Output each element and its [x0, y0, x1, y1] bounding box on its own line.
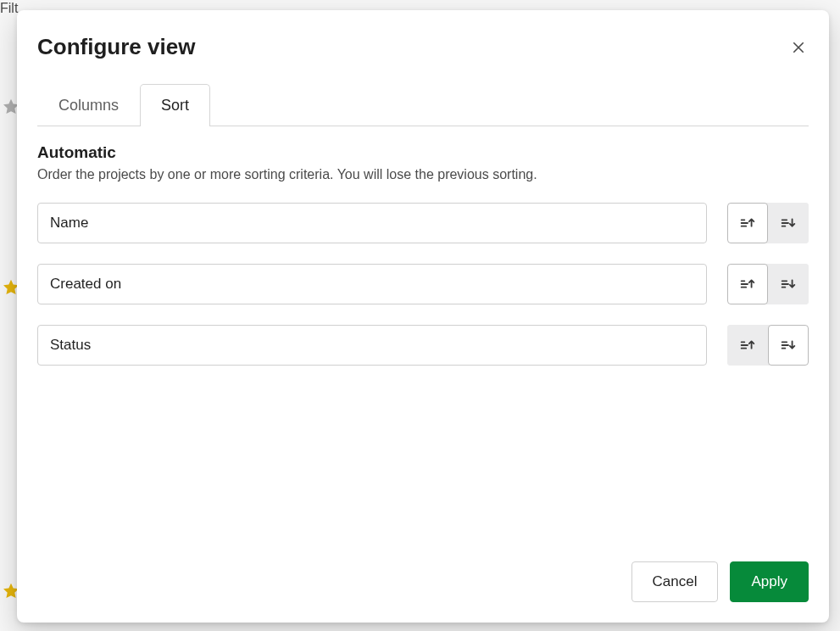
cancel-button[interactable]: Cancel	[631, 561, 719, 602]
configure-view-modal: Configure view Columns Sort Automatic Or…	[17, 10, 829, 623]
sort-desc-button[interactable]	[768, 264, 809, 304]
sort-desc-icon	[779, 275, 798, 293]
sort-asc-button[interactable]	[727, 325, 768, 366]
button-label: Cancel	[653, 573, 698, 589]
sort-desc-icon	[779, 336, 798, 355]
button-label: Apply	[751, 573, 787, 589]
sort-direction-toggle	[727, 325, 809, 366]
sort-desc-icon	[779, 214, 798, 232]
sort-field-select[interactable]: Created on	[37, 264, 707, 304]
sort-row: Status	[37, 325, 809, 366]
modal-header: Configure view	[17, 10, 829, 60]
section-description: Order the projects by one or more sortin…	[37, 167, 809, 182]
sort-field-value: Name	[50, 215, 88, 232]
tab-sort[interactable]: Sort	[140, 84, 210, 126]
sort-asc-button[interactable]	[727, 203, 768, 243]
sort-field-value: Created on	[50, 276, 121, 293]
sort-field-value: Status	[50, 337, 91, 354]
apply-button[interactable]: Apply	[730, 561, 809, 602]
bg-filter-fragment: Filt	[0, 1, 18, 16]
sort-row: Name	[37, 203, 809, 243]
modal-title: Configure view	[37, 34, 195, 60]
sort-row: Created on	[37, 264, 809, 304]
sort-asc-icon	[738, 275, 757, 293]
section-title: Automatic	[37, 143, 809, 162]
sort-direction-toggle	[727, 203, 809, 243]
sort-field-select[interactable]: Status	[37, 325, 707, 366]
sort-asc-icon	[738, 336, 757, 355]
sort-asc-button[interactable]	[727, 264, 768, 304]
sort-desc-button[interactable]	[768, 325, 809, 366]
tabs: Columns Sort	[37, 84, 809, 126]
close-button[interactable]	[788, 37, 809, 58]
tab-columns[interactable]: Columns	[37, 84, 140, 126]
tab-label: Columns	[58, 97, 119, 114]
tab-label: Sort	[161, 97, 189, 114]
sort-direction-toggle	[727, 264, 809, 304]
close-icon	[791, 40, 806, 55]
sort-asc-icon	[738, 214, 757, 232]
sort-panel: Automatic Order the projects by one or m…	[17, 126, 829, 546]
sort-field-select[interactable]: Name	[37, 203, 707, 243]
modal-footer: Cancel Apply	[17, 546, 829, 623]
sort-desc-button[interactable]	[768, 203, 809, 243]
